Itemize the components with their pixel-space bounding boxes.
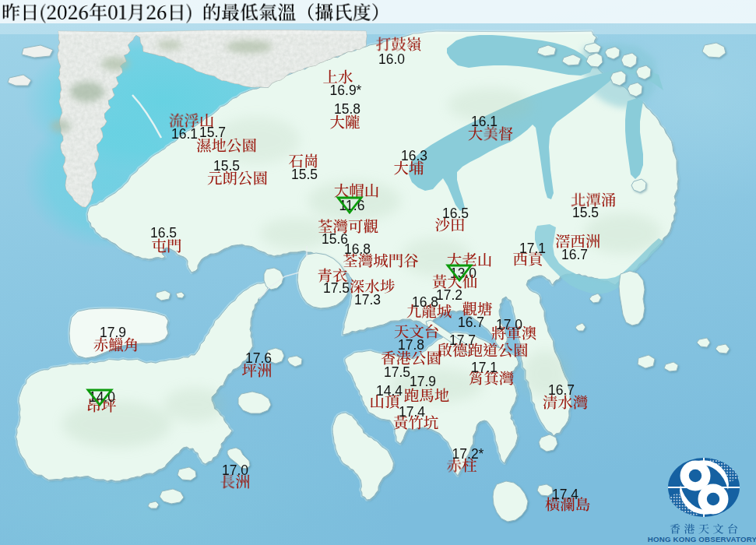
svg-text:17.6: 17.6 bbox=[245, 350, 272, 366]
svg-text:15.5: 15.5 bbox=[213, 158, 240, 174]
svg-text:17.3: 17.3 bbox=[354, 292, 381, 308]
svg-text:17.4: 17.4 bbox=[552, 487, 578, 502]
svg-text:15.7: 15.7 bbox=[199, 125, 226, 140]
svg-text:16.9*: 16.9* bbox=[330, 83, 362, 98]
svg-text:14.4: 14.4 bbox=[376, 383, 403, 399]
svg-text:17.0: 17.0 bbox=[496, 317, 522, 332]
svg-text:17.2*: 17.2* bbox=[452, 446, 484, 462]
svg-text:17.7: 17.7 bbox=[449, 332, 476, 348]
svg-text:16.1: 16.1 bbox=[471, 114, 498, 129]
svg-text:17.9: 17.9 bbox=[100, 325, 126, 340]
svg-text:17.5: 17.5 bbox=[384, 364, 410, 380]
svg-text:17.1: 17.1 bbox=[471, 360, 498, 375]
svg-text:16.7: 16.7 bbox=[548, 382, 575, 398]
svg-text:16.0: 16.0 bbox=[378, 51, 405, 67]
svg-text:16.5: 16.5 bbox=[442, 206, 469, 221]
svg-text:HONG KONG OBSERVATORY: HONG KONG OBSERVATORY bbox=[648, 535, 756, 543]
svg-text:16.8: 16.8 bbox=[412, 294, 438, 310]
svg-text:17.8: 17.8 bbox=[398, 337, 424, 353]
svg-text:16.8: 16.8 bbox=[344, 241, 371, 257]
svg-text:17.5: 17.5 bbox=[323, 280, 350, 296]
svg-text:17.2: 17.2 bbox=[436, 287, 462, 303]
svg-text:15.5: 15.5 bbox=[291, 167, 318, 182]
svg-text:15.8: 15.8 bbox=[334, 101, 360, 117]
svg-text:16.5: 16.5 bbox=[150, 225, 177, 241]
svg-text:16.3: 16.3 bbox=[401, 148, 427, 164]
svg-text:17.4: 17.4 bbox=[399, 404, 425, 420]
svg-text:17.1: 17.1 bbox=[519, 241, 546, 256]
svg-text:17.0: 17.0 bbox=[222, 462, 248, 478]
svg-text:15.5: 15.5 bbox=[572, 205, 599, 220]
svg-text:17.9: 17.9 bbox=[410, 374, 436, 389]
svg-text:16.7: 16.7 bbox=[561, 247, 588, 262]
svg-text:16.1: 16.1 bbox=[171, 126, 198, 142]
svg-text:16.7: 16.7 bbox=[458, 315, 484, 330]
